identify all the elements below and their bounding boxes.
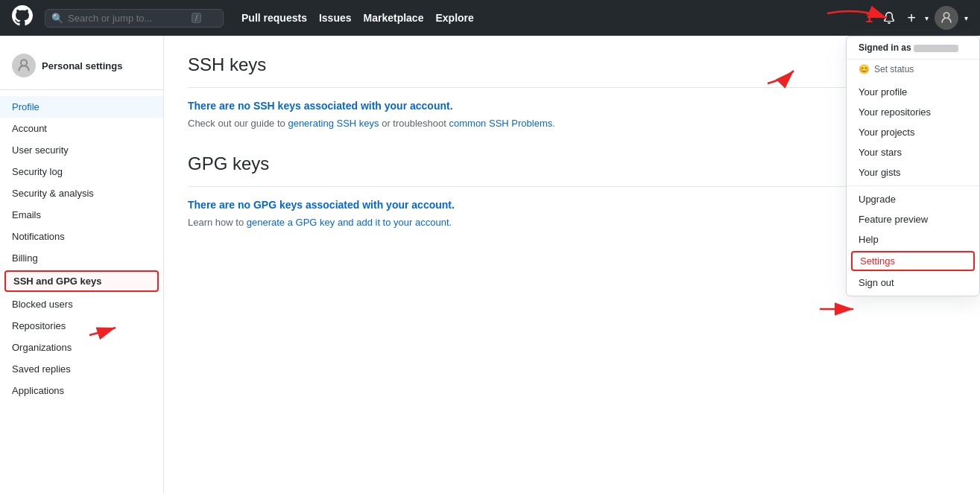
sidebar-account[interactable]: Account: [0, 118, 163, 139]
feature-preview-item[interactable]: Feature preview: [847, 209, 979, 229]
new-item-caret[interactable]: ▾: [925, 14, 929, 22]
dropdown-section-misc: Upgrade Feature preview Help Settings Si…: [847, 186, 979, 296]
dropdown-username: [914, 45, 958, 52]
sidebar-header: Personal settings: [0, 48, 163, 90]
nav-right: 1 + ▾ ▾: [865, 6, 968, 30]
search-icon: 🔍: [51, 13, 63, 24]
ssh-desc-prefix: Check out our guide to: [188, 118, 288, 129]
sidebar-security-analysis[interactable]: Security & analysis: [0, 182, 163, 204]
gpg-desc-prefix: Learn how to: [188, 217, 247, 228]
notifications-button[interactable]: [880, 9, 898, 27]
avatar-button[interactable]: [935, 6, 958, 30]
gpg-alert-text: There are no GPG keys associated with yo…: [188, 199, 956, 211]
sidebar-notifications[interactable]: Notifications: [0, 226, 163, 247]
ssh-desc-end: .: [552, 118, 555, 129]
gpg-section-header: GPG keys New GPG: [188, 153, 956, 187]
sidebar-organizations[interactable]: Organizations: [0, 337, 163, 358]
your-gists-item[interactable]: Your gists: [847, 162, 979, 182]
your-profile-item[interactable]: Your profile: [847, 82, 979, 102]
set-status-item[interactable]: 😊 Set status: [847, 60, 979, 79]
ssh-section-title: SSH keys: [188, 54, 266, 75]
user-dropdown-menu: Signed in as 😊 Set status Your profile Y…: [846, 36, 980, 296]
sidebar-title: Personal settings: [42, 60, 122, 71]
new-item-button[interactable]: +: [904, 7, 919, 30]
gpg-section: GPG keys New GPG There are no GPG keys a…: [188, 153, 956, 228]
slash-badge: /: [192, 13, 201, 23]
your-repositories-item[interactable]: Your repositories: [847, 102, 979, 122]
pull-requests-link[interactable]: Pull requests: [241, 12, 307, 24]
sidebar-repositories[interactable]: Repositories: [0, 315, 163, 337]
sidebar-profile[interactable]: Profile: [0, 96, 163, 118]
github-logo[interactable]: [12, 5, 33, 31]
sidebar-blocked-users[interactable]: Blocked users: [0, 293, 163, 315]
dropdown-section-profile: Your profile Your repositories Your proj…: [847, 79, 979, 186]
set-status-label: Set status: [874, 64, 914, 74]
gpg-desc-end: .: [449, 217, 452, 228]
marketplace-link[interactable]: Marketplace: [364, 12, 424, 24]
issues-link[interactable]: Issues: [319, 12, 352, 24]
common-ssh-problems-link[interactable]: common SSH Problems: [449, 118, 553, 129]
upgrade-item[interactable]: Upgrade: [847, 189, 979, 209]
search-input[interactable]: [68, 13, 187, 24]
settings-sidebar: Personal settings Profile Account User s…: [0, 36, 164, 493]
your-projects-item[interactable]: Your projects: [847, 122, 979, 142]
sidebar-user-security[interactable]: User security: [0, 139, 163, 161]
sidebar-applications[interactable]: Applications: [0, 380, 163, 401]
step1-label: 1: [865, 10, 873, 26]
ssh-desc-text: Check out our guide to generating SSH ke…: [188, 118, 956, 129]
help-item[interactable]: Help: [847, 229, 979, 249]
top-navigation: 🔍 / Pull requests Issues Marketplace Exp…: [0, 0, 980, 36]
sign-out-item[interactable]: Sign out: [847, 273, 979, 293]
ssh-alert-text: There are no SSH keys associated with yo…: [188, 100, 956, 112]
page-layout: Personal settings Profile Account User s…: [0, 36, 980, 493]
search-bar[interactable]: 🔍 /: [45, 9, 224, 28]
emoji-icon: 😊: [859, 64, 870, 74]
sidebar-emails[interactable]: Emails: [0, 204, 163, 226]
sidebar-billing[interactable]: Billing: [0, 247, 163, 269]
ssh-section-header: SSH keys 4 New SSH: [188, 54, 956, 88]
dropdown-header: Signed in as: [847, 36, 979, 60]
avatar-caret[interactable]: ▾: [964, 14, 968, 22]
gpg-desc-text: Learn how to generate a GPG key and add …: [188, 217, 956, 228]
signed-in-as-text: Signed in as: [859, 42, 911, 53]
sidebar-avatar: [12, 54, 36, 77]
sidebar-security-log[interactable]: Security log: [0, 161, 163, 182]
gpg-section-title: GPG keys: [188, 153, 269, 174]
settings-item[interactable]: Settings: [851, 251, 975, 271]
generate-gpg-key-link[interactable]: generate a GPG key and add it to your ac…: [247, 217, 449, 228]
nav-links: Pull requests Issues Marketplace Explore: [241, 12, 474, 24]
ssh-section: SSH keys 4 New SSH There are no SSH keys…: [188, 54, 956, 129]
sidebar-ssh-gpg[interactable]: SSH and GPG keys: [4, 270, 159, 292]
sidebar-saved-replies[interactable]: Saved replies: [0, 358, 163, 380]
your-stars-item[interactable]: Your stars: [847, 142, 979, 162]
ssh-gpg-row: 3 SSH and GPG keys: [0, 269, 163, 293]
ssh-desc-middle: or troubleshoot: [379, 118, 449, 129]
explore-link[interactable]: Explore: [435, 12, 473, 24]
generating-ssh-keys-link[interactable]: generating SSH keys: [288, 118, 379, 129]
